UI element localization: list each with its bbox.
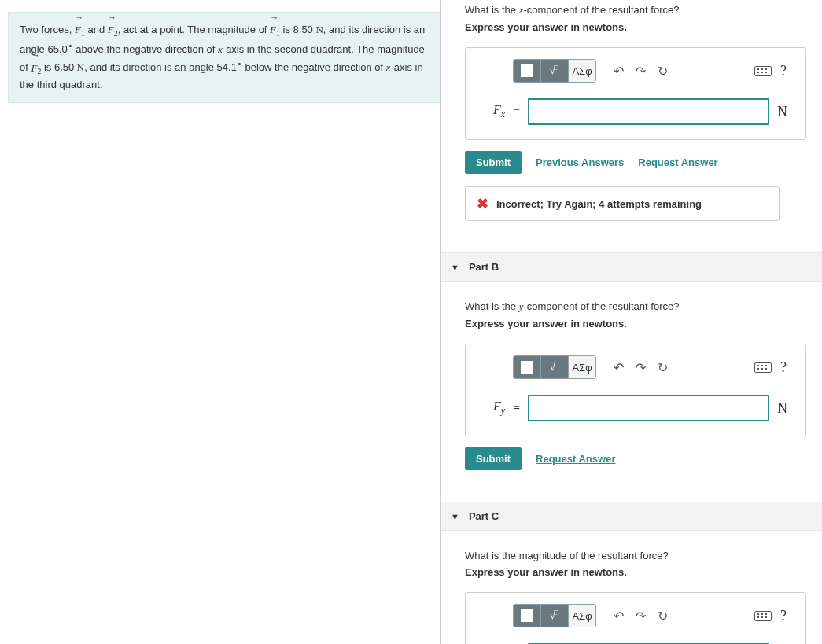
root-icon[interactable]: √ — [541, 605, 569, 627]
template-icon[interactable] — [514, 605, 541, 627]
part-b-hint: Express your answer in newtons. — [465, 318, 806, 329]
undo-icon[interactable]: ↶ — [607, 356, 629, 378]
unit-label: N — [777, 400, 793, 417]
feedback-text: Incorrect; Try Again; 4 attempts remaini… — [496, 198, 702, 210]
submit-button[interactable]: Submit — [465, 447, 522, 470]
keyboard-icon[interactable] — [752, 605, 774, 627]
root-icon[interactable]: √ — [541, 60, 569, 82]
caret-icon[interactable]: ▼ — [451, 512, 459, 521]
part-b-header[interactable]: ▼ Part B — [441, 252, 822, 282]
template-icon[interactable] — [514, 60, 541, 82]
part-b-answer-block: √ ΑΣφ ↶ ↷ ↻ ? Fy = N — [465, 344, 806, 436]
greek-button[interactable]: ΑΣφ — [569, 605, 595, 627]
var-label-fy: Fy — [478, 399, 505, 417]
part-a-question: What is the x-component of the resultant… — [465, 4, 806, 17]
var-label-fx: Fx — [478, 103, 505, 120]
keyboard-icon[interactable] — [752, 356, 774, 378]
submit-button[interactable]: Submit — [465, 151, 522, 174]
redo-icon[interactable]: ↷ — [629, 356, 651, 378]
reset-icon[interactable]: ↻ — [651, 605, 673, 627]
previous-answers-link[interactable]: Previous Answers — [536, 156, 624, 168]
equation-toolbar: √ ΑΣφ — [513, 604, 596, 627]
caret-icon[interactable]: ▼ — [451, 263, 459, 272]
part-c-hint: Express your answer in newtons. — [465, 566, 806, 578]
help-icon[interactable]: ? — [774, 63, 793, 79]
unit-label: N — [777, 104, 793, 120]
part-c-question: What is the magnitude of the resultant f… — [465, 550, 806, 561]
request-answer-link[interactable]: Request Answer — [536, 453, 615, 465]
part-b-question: What is the y-component of the resultant… — [465, 300, 806, 313]
redo-icon[interactable]: ↷ — [629, 60, 651, 82]
undo-icon[interactable]: ↶ — [607, 605, 629, 627]
help-icon[interactable]: ? — [774, 359, 793, 376]
undo-icon[interactable]: ↶ — [607, 60, 629, 82]
equation-toolbar: √ ΑΣφ — [513, 59, 596, 83]
part-a-answer-block: √ ΑΣφ ↶ ↷ ↻ ? Fx = N — [465, 47, 806, 140]
redo-icon[interactable]: ↷ — [629, 605, 651, 627]
reset-icon[interactable]: ↻ — [651, 356, 673, 378]
greek-button[interactable]: ΑΣφ — [569, 356, 595, 378]
feedback-box: ✖ Incorrect; Try Again; 4 attempts remai… — [465, 186, 780, 221]
keyboard-icon[interactable] — [752, 60, 774, 82]
equation-toolbar: √ ΑΣφ — [513, 355, 596, 379]
greek-button[interactable]: ΑΣφ — [569, 60, 595, 82]
part-c-answer-block: √ ΑΣφ ↶ ↷ ↻ ? F = N — [465, 592, 806, 644]
request-answer-link[interactable]: Request Answer — [638, 156, 717, 168]
help-icon[interactable]: ? — [774, 608, 793, 624]
part-b-input[interactable] — [528, 395, 769, 421]
incorrect-icon: ✖ — [477, 197, 488, 211]
template-icon[interactable] — [514, 356, 541, 378]
reset-icon[interactable]: ↻ — [651, 60, 673, 82]
root-icon[interactable]: √ — [541, 356, 569, 378]
part-a-input[interactable] — [528, 98, 769, 125]
problem-statement: Two forces, →F1 and →F2, act at a point.… — [8, 12, 440, 103]
part-c-header[interactable]: ▼ Part C — [441, 502, 822, 531]
part-a-hint: Express your answer in newtons. — [465, 21, 806, 33]
